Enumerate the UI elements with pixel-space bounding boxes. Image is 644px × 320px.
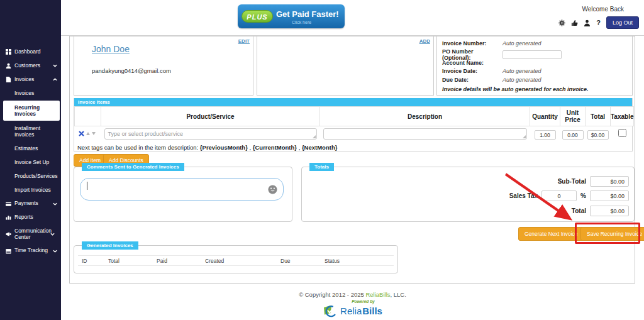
- column-header: Description: [320, 107, 530, 126]
- card-icon: [6, 201, 11, 207]
- customer-email: pandakyung0414@gmail.com: [92, 67, 171, 74]
- recurring-invoice-card: EDIT John Doe pandakyung0414@gmail.com A…: [69, 36, 635, 284]
- sidebar-subitem-estimates[interactable]: Estimates: [0, 141, 61, 155]
- chevron-down-icon: [53, 63, 57, 68]
- remove-item-icon[interactable]: [79, 131, 84, 136]
- banner-subtitle: Click here: [292, 20, 311, 25]
- quantity-input[interactable]: [535, 130, 556, 140]
- product-service-input[interactable]: Type or select product/service: [104, 128, 317, 140]
- generated-invoices-title: Generated Invoices: [82, 241, 138, 250]
- subtotal-value[interactable]: [590, 176, 629, 187]
- sidebar-item-dashboard[interactable]: Dashboard: [0, 45, 61, 59]
- sidebar-item-payments[interactable]: Payments: [0, 197, 61, 211]
- move-item-down-icon[interactable]: [92, 132, 96, 135]
- comments-panel-title: Comments Sent to Generated Invoices: [82, 163, 184, 171]
- main-content: EDIT John Doe pandakyung0414@gmail.com A…: [61, 36, 644, 320]
- generated-column: Created: [205, 258, 280, 264]
- column-header-controls: [75, 107, 101, 126]
- text-caret: [87, 182, 87, 190]
- comments-textarea[interactable]: [80, 178, 284, 201]
- chevron-down-icon: [50, 232, 55, 236]
- unit-price-input[interactable]: [562, 130, 584, 140]
- banner-title: Get Paid Faster!: [276, 9, 339, 19]
- person-icon: [6, 63, 11, 69]
- user-icon[interactable]: [584, 19, 591, 26]
- tag-next-month: {NextMonth}: [302, 144, 337, 151]
- get-paid-faster-banner[interactable]: PLUS Get Paid Faster! Click here: [238, 4, 345, 28]
- auto-generated-note: Invoice details will be auto generated f…: [442, 86, 589, 92]
- gear-icon[interactable]: [558, 19, 565, 26]
- logo-text-bills: Bills: [362, 306, 382, 316]
- emoji-icon[interactable]: [268, 185, 277, 194]
- customer-panel: EDIT John Doe pandakyung0414@gmail.com: [74, 36, 253, 96]
- logout-button[interactable]: Log Out: [606, 16, 639, 29]
- plus-badge: PLUS: [242, 10, 273, 23]
- generated-column: Status: [325, 258, 340, 264]
- invoice-date-value: Auto generated: [502, 68, 541, 74]
- generated-column: ID: [78, 258, 108, 264]
- sidebar-item-invoices[interactable]: Invoices: [0, 73, 61, 87]
- sidebar-subitem-invoices[interactable]: Invoices: [0, 86, 61, 100]
- header: PLUS Get Paid Faster! Click here Welcome…: [61, 0, 644, 36]
- sales-tax-value[interactable]: [590, 190, 629, 201]
- sidebar-subitem-installment-invoices[interactable]: Installment Invoices: [0, 121, 61, 141]
- sidebar-subitem-products-services[interactable]: Products/Services: [0, 169, 61, 183]
- thumbs-up-icon[interactable]: [571, 19, 578, 26]
- megaphone-icon: [6, 231, 11, 237]
- file-icon: [6, 77, 11, 82]
- generated-invoices-panel: Generated Invoices ID Total Paid Created…: [74, 245, 398, 273]
- sidebar-item-communication-center[interactable]: Communication Center: [0, 224, 61, 245]
- generate-next-invoice-button[interactable]: Generate Next Invoice: [518, 227, 584, 241]
- generated-column: Paid: [157, 258, 205, 264]
- sidebar-item-label: Reports: [14, 214, 57, 221]
- add-link[interactable]: ADD: [419, 38, 430, 44]
- sidebar-item-label: Invoices: [14, 77, 50, 83]
- customer-name-link[interactable]: John Doe: [92, 44, 130, 54]
- edit-customer-link[interactable]: EDIT: [238, 38, 250, 44]
- sidebar-item-label: Customers: [14, 63, 50, 69]
- comments-panel: Comments Sent to Generated Invoices: [74, 167, 292, 222]
- sidebar-subitem-import-invoices[interactable]: Import Invoices: [0, 183, 61, 197]
- sales-tax-label: Sales Tax: [509, 192, 538, 199]
- generated-column: Due: [280, 258, 325, 264]
- total-value[interactable]: [590, 206, 629, 216]
- column-header: Product/Service: [101, 107, 320, 126]
- sidebar-item-time-tracking[interactable]: Time Tracking: [0, 244, 61, 258]
- sidebar-subitem-invoice-set-up[interactable]: Invoice Set Up: [0, 155, 61, 169]
- invoice-items-section: Invoice Items Product/Service Descriptio…: [74, 98, 633, 152]
- column-header: Total: [586, 107, 611, 126]
- calendar-icon: [6, 248, 11, 254]
- save-recurring-invoice-button[interactable]: Save Recurring Invoice: [580, 227, 644, 241]
- sales-tax-rate-input[interactable]: [541, 190, 577, 201]
- chevron-down-icon: [53, 249, 57, 253]
- sidebar-item-customers[interactable]: Customers: [0, 59, 61, 73]
- column-header: Unit Price: [560, 107, 586, 126]
- reliabills-link[interactable]: ReliaBills: [365, 291, 390, 298]
- column-header: Taxable: [611, 107, 634, 126]
- invoice-number-label: Invoice Number:: [442, 40, 502, 47]
- taxable-checkbox[interactable]: [618, 129, 626, 137]
- due-date-label: Due Date:: [442, 77, 502, 83]
- invoice-date-label: Invoice Date:: [442, 68, 502, 74]
- total-label: Total: [572, 207, 586, 214]
- chevron-up-icon: [53, 77, 57, 82]
- sidebar-subitem-recurring-invoices[interactable]: Recurring Invoices: [3, 101, 60, 121]
- subtotal-label: Sub-Total: [558, 178, 586, 185]
- move-item-up-icon[interactable]: [86, 132, 90, 135]
- description-input[interactable]: [323, 128, 527, 140]
- welcome-text: Welcome Back: [558, 6, 624, 13]
- invoice-number-value: Auto generated: [502, 40, 541, 47]
- help-icon[interactable]: ?: [596, 19, 601, 26]
- tag-previous-month: {PreviousMonth}: [200, 144, 248, 151]
- tags-note: Next tags can be used in the item descri…: [74, 141, 632, 153]
- logo-text-relia: Relia: [340, 306, 362, 316]
- sidebar-item-label: Payments: [14, 201, 50, 207]
- invoice-item-row: Type or select product/service: [75, 126, 634, 141]
- sidebar-item-reports[interactable]: Reports: [0, 211, 61, 224]
- generated-invoices-header-row: ID Total Paid Created Due Status: [78, 255, 394, 266]
- total-input[interactable]: [587, 130, 609, 140]
- po-number-input[interactable]: [502, 50, 562, 59]
- copyright-text: © Copyright 2012 - 2025 ReliaBills, LLC.: [61, 291, 644, 298]
- generated-column: Total: [108, 258, 157, 264]
- due-date-value: Auto generated: [502, 77, 541, 83]
